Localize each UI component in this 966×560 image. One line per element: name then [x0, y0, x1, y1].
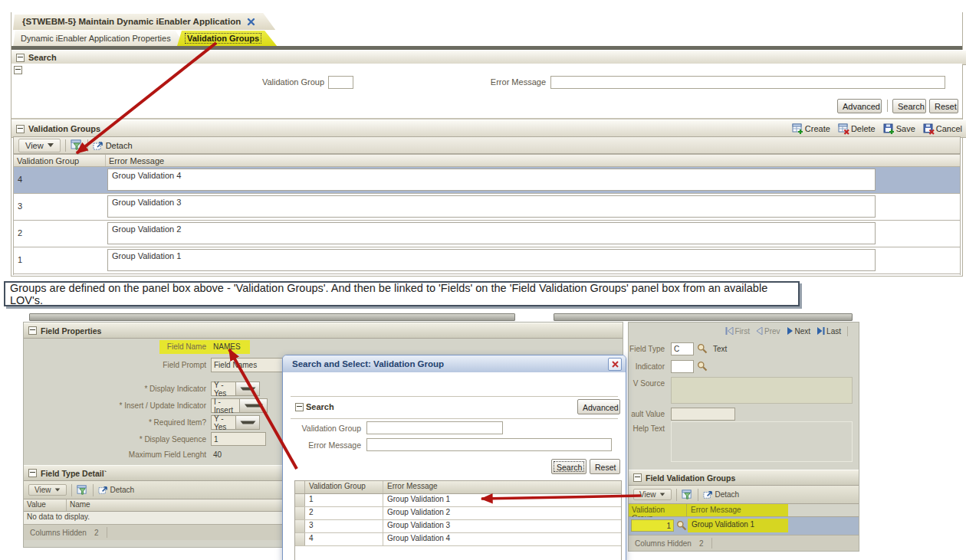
validation-group-input[interactable] [328, 76, 353, 89]
tab-dynamic-ienabler-properties[interactable]: Dynamic iEnabler Application Properties [13, 31, 186, 47]
field-name-value: NAMES [213, 342, 241, 351]
view-menu-button[interactable]: View [18, 139, 61, 152]
footer-separator [107, 527, 107, 538]
cell-validation-group-input[interactable] [631, 519, 674, 532]
cell-error-message-box[interactable]: Group Validation 3 [107, 195, 876, 218]
field-properties-header: Field Properties [24, 323, 623, 339]
dialog-reset-button[interactable]: Reset [590, 459, 620, 474]
first-button[interactable]: First [725, 327, 750, 336]
dialog-validation-group-input[interactable] [366, 421, 503, 434]
cell-error-message: Group Validation 1 [383, 494, 621, 506]
horizontal-scrollbar[interactable] [554, 313, 853, 321]
column-header-error-message[interactable]: Error Message [383, 481, 621, 493]
lov-source-area[interactable] [671, 377, 853, 404]
table-row[interactable]: 1 Group Validation 1 [14, 247, 960, 274]
dialog-results-table: Validation Group Error Message 1 Group V… [294, 480, 622, 560]
collapse-icon[interactable] [295, 403, 304, 411]
row-selector[interactable] [295, 494, 305, 506]
filter-table-icon[interactable] [77, 485, 88, 496]
column-header-value[interactable]: Value [24, 499, 67, 511]
table-row[interactable]: 1 Group Validation 1 [295, 494, 621, 507]
column-header-validation-group[interactable]: Validation Group [14, 155, 106, 166]
row-selector[interactable] [295, 507, 305, 519]
delete-button[interactable]: Delete [838, 123, 876, 135]
column-header-validation-group[interactable]: Validation Group [629, 504, 687, 516]
reset-button[interactable]: Reset [929, 99, 958, 113]
filter-table-icon[interactable] [682, 490, 693, 500]
help-text-area[interactable] [671, 421, 853, 462]
table-row[interactable]: Group Validation 1 [629, 517, 859, 535]
collapse-icon[interactable] [16, 54, 25, 62]
horizontal-scrollbar[interactable] [29, 313, 515, 321]
collapse-icon[interactable] [28, 326, 37, 335]
cell-validation-group: 1 [305, 494, 383, 506]
detach-button[interactable]: Detach [703, 490, 740, 499]
next-button[interactable]: Next [787, 327, 811, 336]
indicator-input[interactable] [671, 360, 694, 373]
save-icon [883, 123, 895, 135]
cell-validation-group: 4 [305, 533, 383, 545]
display-sequence-input[interactable] [211, 432, 266, 446]
column-header-error-message[interactable]: Error Message [106, 155, 960, 166]
error-message-input[interactable] [550, 76, 945, 89]
insert-update-indicator-select[interactable]: I - Insert [211, 398, 268, 413]
collapse-icon[interactable] [14, 66, 22, 74]
tab-validation-groups[interactable]: Validation Groups [177, 31, 277, 46]
close-icon[interactable] [247, 18, 255, 26]
maximum-field-length-value: 40 [213, 450, 222, 459]
last-button[interactable]: Last [816, 327, 841, 336]
dialog-advanced-button[interactable]: Advanced [577, 399, 620, 414]
screen: {STWEBM-5} Maintain Dynamic iEnabler App… [0, 0, 966, 560]
table-row[interactable]: 2 Group Validation 2 [14, 221, 960, 247]
advanced-button[interactable]: Advanced [837, 99, 882, 113]
dialog-title-bar[interactable]: Search and Select: Validation Group [283, 355, 626, 372]
prev-button[interactable]: Prev [756, 327, 780, 336]
field-prompt-input[interactable] [211, 358, 285, 372]
dialog-close-button[interactable] [608, 358, 622, 371]
search-button[interactable]: Search [892, 99, 926, 113]
magnifier-icon[interactable] [697, 361, 708, 372]
save-button[interactable]: Save [883, 123, 915, 135]
row-selector[interactable] [295, 520, 305, 532]
detach-button[interactable]: Detach [93, 140, 133, 151]
magnifier-icon[interactable] [697, 343, 708, 354]
close-icon [612, 361, 619, 368]
table-row[interactable]: 2 Group Validation 2 [295, 507, 621, 520]
cell-error-message-box[interactable]: Group Validation 1 [107, 249, 876, 271]
collapse-icon[interactable] [16, 125, 25, 133]
lov-source-label: V Source [629, 379, 665, 388]
collapse-icon[interactable] [28, 469, 37, 477]
display-indicator-select[interactable]: Y - Yes [211, 382, 260, 396]
toolbar-separator [93, 484, 94, 496]
dialog-error-message-input[interactable] [366, 438, 612, 451]
dialog-validation-group-label: Validation Group [291, 424, 361, 433]
cancel-button[interactable]: Cancel [923, 123, 962, 135]
divider [291, 418, 618, 419]
search-panel-header[interactable]: Search [12, 50, 966, 65]
table-row[interactable]: 3 Group Validation 3 [14, 194, 960, 221]
field-type-input[interactable] [671, 342, 694, 355]
create-button[interactable]: Create [792, 123, 830, 135]
field-type-label: Field Type [629, 345, 665, 353]
filter-table-icon[interactable] [71, 139, 83, 151]
dialog-search-button[interactable]: Search [551, 459, 586, 474]
column-header-error-message[interactable]: Error Message [687, 504, 788, 516]
cell-error-message-box[interactable]: Group Validation 2 [107, 222, 876, 244]
magnifier-icon[interactable] [676, 520, 687, 531]
window-tab[interactable]: {STWEBM-5} Maintain Dynamic iEnabler App… [13, 13, 275, 30]
detach-button[interactable]: Detach [98, 485, 135, 495]
toolbar-separator [65, 139, 66, 152]
table-row[interactable]: 4 Group Validation 4 [14, 167, 960, 194]
required-item-select[interactable]: Y - Yes [211, 415, 260, 430]
view-menu-button[interactable]: View [28, 484, 67, 496]
column-header-validation-group[interactable]: Validation Group [305, 481, 383, 493]
cell-error-message-box[interactable]: Group Validation 4 [107, 169, 876, 191]
columns-hidden-label: Columns Hidden [30, 529, 87, 537]
collapse-icon[interactable] [633, 473, 642, 482]
default-value-input[interactable] [671, 408, 735, 421]
view-menu-button[interactable]: View [633, 489, 672, 500]
row-selector[interactable] [295, 533, 305, 545]
chevron-down-icon [235, 382, 260, 395]
table-row[interactable]: 3 Group Validation 3 [295, 520, 621, 533]
table-row[interactable]: 4 Group Validation 4 [295, 533, 621, 546]
